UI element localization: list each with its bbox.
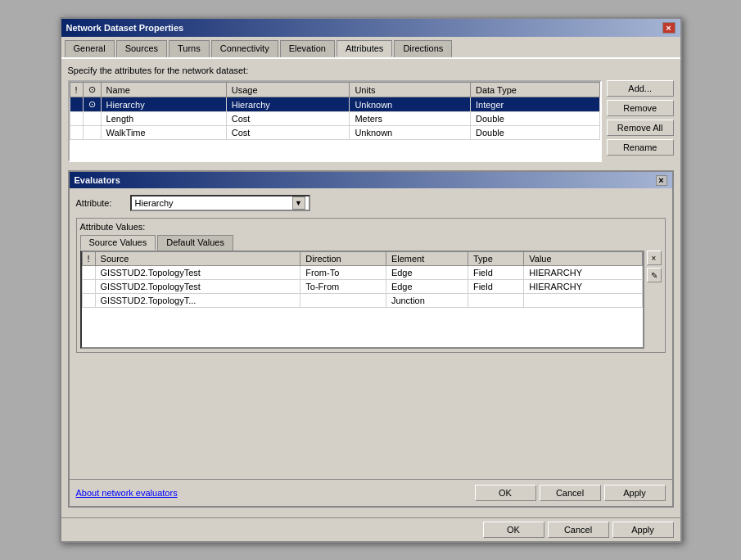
src-col-source: Source — [95, 252, 300, 266]
cell-name: Hierarchy — [101, 97, 226, 112]
tab-attributes[interactable]: Attributes — [337, 40, 392, 57]
col-datatype: Data Type — [470, 83, 599, 97]
evaluators-close-button[interactable]: × — [656, 175, 667, 186]
src-cell-source: GISSTUD2.TopologyTest — [95, 266, 300, 280]
attributes-table-container: ! ⊙ Name Usage Units Data Type — [68, 80, 602, 162]
cell-usage: Cost — [226, 112, 350, 126]
attributes-table: ! ⊙ Name Usage Units Data Type — [70, 82, 600, 140]
source-table: ! Source Direction Element Type Value — [82, 251, 643, 308]
remove-button[interactable]: Remove — [607, 100, 674, 116]
src-cell-type — [468, 294, 523, 308]
col-units: Units — [350, 83, 471, 97]
src-cell-value: HIERARCHY — [524, 280, 642, 294]
evaluators-dialog: Evaluators × Attribute: Hierarchy ▼ Attr… — [68, 170, 674, 508]
cell-exclaim — [70, 112, 83, 126]
cell-usage: Hierarchy — [226, 97, 350, 112]
cell-datatype: Integer — [470, 97, 599, 112]
evaluators-body: Attribute: Hierarchy ▼ Attribute Values:… — [70, 188, 672, 479]
src-cell-type: Field — [468, 280, 523, 294]
title-bar: Network Dataset Properties × — [61, 19, 680, 37]
cell-name: Length — [101, 112, 226, 126]
tab-source-values[interactable]: Source Values — [80, 235, 156, 251]
add-button[interactable]: Add... — [607, 80, 674, 97]
tab-directions[interactable]: Directions — [394, 40, 452, 57]
tab-sources[interactable]: Sources — [116, 40, 167, 57]
window-title: Network Dataset Properties — [66, 23, 184, 33]
cell-exclaim — [70, 126, 83, 140]
src-cell-exclaim — [82, 266, 95, 280]
delete-button[interactable]: × — [647, 251, 662, 265]
col-name: Name — [101, 83, 226, 97]
inner-tab-bar: Source Values Default Values — [80, 235, 662, 251]
outer-apply-button[interactable]: Apply — [612, 522, 674, 538]
cell-icon: ⊙ — [83, 97, 101, 112]
evaluators-bottom-bar: About network evaluators OK Cancel Apply — [70, 479, 672, 506]
dialog-apply-button[interactable]: Apply — [604, 485, 666, 501]
src-cell-value — [524, 294, 642, 308]
src-cell-element: Edge — [386, 280, 468, 294]
attribute-dropdown[interactable]: Hierarchy ▼ — [130, 195, 310, 211]
content-area: Specify the attributes for the network d… — [61, 59, 680, 517]
cell-units: Unknown — [350, 97, 471, 112]
tab-connectivity[interactable]: Connectivity — [211, 40, 278, 57]
tab-default-values[interactable]: Default Values — [157, 235, 233, 251]
table-row[interactable]: ⊙ Hierarchy Hierarchy Unknown Integer — [70, 97, 599, 112]
src-cell-source: GISSTUD2.TopologyTest — [95, 280, 300, 294]
src-cell-direction — [300, 294, 386, 308]
src-cell-direction: From-To — [300, 266, 386, 280]
dialog-cancel-button[interactable]: Cancel — [540, 485, 601, 501]
cell-usage: Cost — [226, 126, 350, 140]
table-row[interactable]: WalkTime Cost Unknown Double — [70, 126, 599, 140]
src-cell-type: Field — [468, 266, 523, 280]
attribute-dropdown-value: Hierarchy — [135, 198, 292, 208]
source-table-row[interactable]: GISSTUD2.TopologyT... Junction — [82, 294, 642, 308]
source-table-row[interactable]: GISSTUD2.TopologyTest From-To Edge Field… — [82, 266, 642, 280]
src-col-value: Value — [524, 252, 642, 266]
attribute-row: Attribute: Hierarchy ▼ — [76, 195, 666, 211]
src-cell-value: HIERARCHY — [524, 266, 642, 280]
cell-icon — [83, 112, 101, 126]
evaluators-title-label: Evaluators — [75, 175, 120, 185]
cell-exclaim — [70, 97, 83, 112]
tab-bar: General Sources Turns Connectivity Eleva… — [61, 37, 680, 59]
outer-ok-button[interactable]: OK — [483, 522, 544, 538]
src-col-exclaim: ! — [82, 252, 95, 266]
close-button[interactable]: × — [662, 22, 675, 34]
edit-button[interactable]: ✎ — [647, 268, 662, 282]
about-evaluators-link[interactable]: About network evaluators — [76, 488, 178, 498]
outer-bottom-bar: OK Cancel Apply — [61, 517, 680, 541]
dropdown-arrow-icon[interactable]: ▼ — [292, 196, 305, 210]
cell-units: Unknown — [350, 126, 471, 140]
attribute-label: Attribute: — [76, 198, 125, 208]
source-table-container: ! Source Direction Element Type Value — [80, 251, 644, 349]
col-exclaim: ! — [70, 83, 83, 97]
col-usage: Usage — [226, 83, 350, 97]
tab-general[interactable]: General — [65, 40, 115, 57]
src-col-element: Element — [386, 252, 468, 266]
src-cell-exclaim — [82, 294, 95, 308]
source-table-wrapper: ! Source Direction Element Type Value — [80, 251, 662, 349]
dialog-ok-button[interactable]: OK — [475, 485, 536, 501]
src-col-type: Type — [468, 252, 523, 266]
evaluators-title-bar: Evaluators × — [70, 172, 672, 188]
src-cell-element: Junction — [386, 294, 468, 308]
cell-datatype: Double — [470, 112, 599, 126]
src-cell-direction: To-From — [300, 280, 386, 294]
empty-space — [76, 358, 666, 472]
cell-units: Meters — [350, 112, 471, 126]
rename-button[interactable]: Rename — [607, 139, 674, 156]
outer-window: Network Dataset Properties × General Sou… — [60, 17, 682, 543]
outer-cancel-button[interactable]: Cancel — [548, 522, 609, 538]
table-row[interactable]: Length Cost Meters Double — [70, 112, 599, 126]
src-col-direction: Direction — [300, 252, 386, 266]
source-table-row[interactable]: GISSTUD2.TopologyTest To-From Edge Field… — [82, 280, 642, 294]
src-cell-source: GISSTUD2.TopologyT... — [95, 294, 300, 308]
section-description: Specify the attributes for the network d… — [68, 65, 674, 75]
tab-turns[interactable]: Turns — [169, 40, 210, 57]
cell-name: WalkTime — [101, 126, 226, 140]
attribute-values-legend: Attribute Values: — [80, 222, 662, 232]
remove-all-button[interactable]: Remove All — [607, 120, 674, 136]
src-cell-element: Edge — [386, 266, 468, 280]
tab-elevation[interactable]: Elevation — [280, 40, 335, 57]
evaluators-bottom-buttons: OK Cancel Apply — [475, 485, 666, 501]
